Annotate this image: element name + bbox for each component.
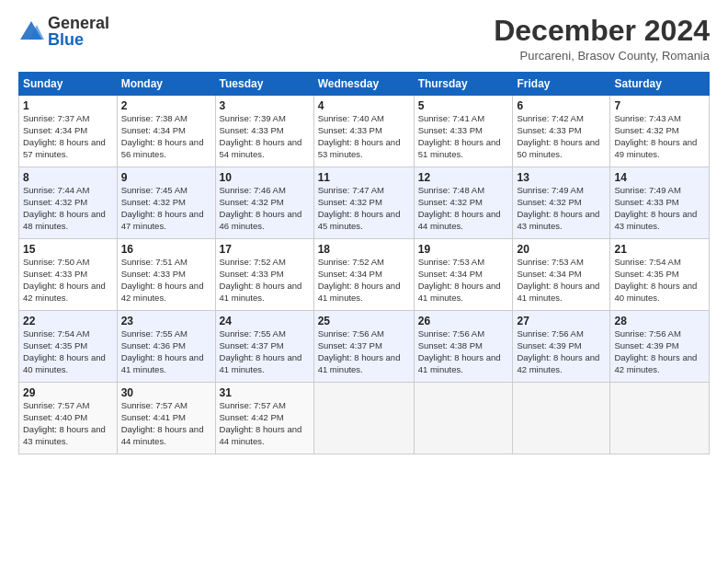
calendar-row-1: 1 Sunrise: 7:37 AM Sunset: 4:34 PM Dayli… — [19, 96, 710, 167]
day-info: Sunrise: 7:42 AM Sunset: 4:33 PM Dayligh… — [517, 113, 606, 160]
day-info: Sunrise: 7:47 AM Sunset: 4:32 PM Dayligh… — [318, 185, 410, 232]
calendar-row-5: 29 Sunrise: 7:57 AM Sunset: 4:40 PM Dayl… — [19, 383, 710, 454]
day-info: Sunrise: 7:41 AM Sunset: 4:33 PM Dayligh… — [418, 113, 509, 160]
day-number: 24 — [220, 315, 310, 327]
day-number: 15 — [23, 243, 113, 256]
day-info: Sunrise: 7:39 AM Sunset: 4:33 PM Dayligh… — [220, 113, 310, 160]
calendar-row-4: 22 Sunrise: 7:54 AM Sunset: 4:35 PM Dayl… — [19, 311, 710, 383]
day-number: 5 — [418, 99, 509, 112]
day-number: 22 — [23, 315, 113, 327]
day-info: Sunrise: 7:40 AM Sunset: 4:33 PM Dayligh… — [318, 113, 410, 160]
day-info: Sunrise: 7:49 AM Sunset: 4:32 PM Dayligh… — [517, 185, 606, 232]
day-number: 10 — [220, 171, 310, 184]
day-number: 3 — [220, 99, 310, 112]
header-sunday: Sunday — [19, 73, 118, 96]
day-info: Sunrise: 7:56 AM Sunset: 4:37 PM Dayligh… — [318, 328, 410, 375]
day-info: Sunrise: 7:37 AM Sunset: 4:34 PM Dayligh… — [23, 113, 113, 160]
table-cell: 11 Sunrise: 7:47 AM Sunset: 4:32 PM Dayl… — [313, 167, 414, 239]
table-cell: 28 Sunrise: 7:56 AM Sunset: 4:39 PM Dayl… — [610, 311, 710, 383]
day-info: Sunrise: 7:54 AM Sunset: 4:35 PM Dayligh… — [614, 257, 705, 304]
table-cell — [513, 383, 610, 454]
header-wednesday: Wednesday — [313, 73, 414, 96]
day-number: 21 — [614, 243, 705, 256]
table-cell: 2 Sunrise: 7:38 AM Sunset: 4:34 PM Dayli… — [117, 96, 215, 167]
day-number: 16 — [121, 243, 211, 256]
table-cell: 17 Sunrise: 7:52 AM Sunset: 4:33 PM Dayl… — [215, 239, 313, 311]
day-number: 20 — [517, 243, 606, 256]
table-cell: 29 Sunrise: 7:57 AM Sunset: 4:40 PM Dayl… — [19, 383, 118, 454]
day-info: Sunrise: 7:52 AM Sunset: 4:34 PM Dayligh… — [318, 257, 410, 304]
calendar-row-3: 15 Sunrise: 7:50 AM Sunset: 4:33 PM Dayl… — [19, 239, 710, 311]
day-info: Sunrise: 7:57 AM Sunset: 4:41 PM Dayligh… — [121, 400, 211, 447]
day-number: 27 — [517, 315, 606, 327]
header-thursday: Thursday — [414, 73, 513, 96]
day-number: 6 — [517, 99, 606, 112]
header-friday: Friday — [513, 73, 610, 96]
table-cell — [414, 383, 513, 454]
table-cell: 30 Sunrise: 7:57 AM Sunset: 4:41 PM Dayl… — [117, 383, 215, 454]
day-number: 4 — [318, 99, 410, 112]
table-cell: 8 Sunrise: 7:44 AM Sunset: 4:32 PM Dayli… — [19, 167, 118, 239]
table-cell: 15 Sunrise: 7:50 AM Sunset: 4:33 PM Dayl… — [19, 239, 118, 311]
day-info: Sunrise: 7:45 AM Sunset: 4:32 PM Dayligh… — [121, 185, 211, 232]
table-cell: 1 Sunrise: 7:37 AM Sunset: 4:34 PM Dayli… — [19, 96, 118, 167]
day-info: Sunrise: 7:53 AM Sunset: 4:34 PM Dayligh… — [418, 257, 509, 304]
day-number: 1 — [23, 99, 113, 112]
table-cell — [610, 383, 710, 454]
day-info: Sunrise: 7:55 AM Sunset: 4:37 PM Dayligh… — [220, 328, 310, 375]
title-block: December 2024 Purcareni, Brasov County, … — [494, 15, 710, 63]
day-number: 17 — [220, 243, 310, 256]
logo: General Blue — [18, 15, 109, 48]
table-cell: 27 Sunrise: 7:56 AM Sunset: 4:39 PM Dayl… — [513, 311, 610, 383]
day-number: 25 — [318, 315, 410, 327]
table-cell: 21 Sunrise: 7:54 AM Sunset: 4:35 PM Dayl… — [610, 239, 710, 311]
table-cell: 16 Sunrise: 7:51 AM Sunset: 4:33 PM Dayl… — [117, 239, 215, 311]
table-cell: 9 Sunrise: 7:45 AM Sunset: 4:32 PM Dayli… — [117, 167, 215, 239]
day-info: Sunrise: 7:57 AM Sunset: 4:42 PM Dayligh… — [220, 400, 310, 447]
weekday-header-row: Sunday Monday Tuesday Wednesday Thursday… — [19, 73, 710, 96]
logo-blue: Blue — [48, 31, 109, 48]
day-number: 13 — [517, 171, 606, 184]
day-info: Sunrise: 7:38 AM Sunset: 4:34 PM Dayligh… — [121, 113, 211, 160]
table-cell: 7 Sunrise: 7:43 AM Sunset: 4:32 PM Dayli… — [610, 96, 710, 167]
day-number: 11 — [318, 171, 410, 184]
day-number: 12 — [418, 171, 509, 184]
header-saturday: Saturday — [610, 73, 710, 96]
table-cell: 3 Sunrise: 7:39 AM Sunset: 4:33 PM Dayli… — [215, 96, 313, 167]
day-info: Sunrise: 7:54 AM Sunset: 4:35 PM Dayligh… — [23, 328, 113, 375]
table-cell: 20 Sunrise: 7:53 AM Sunset: 4:34 PM Dayl… — [513, 239, 610, 311]
table-cell: 26 Sunrise: 7:56 AM Sunset: 4:38 PM Dayl… — [414, 311, 513, 383]
page: General Blue December 2024 Purcareni, Br… — [0, 0, 728, 563]
table-cell — [313, 383, 414, 454]
day-info: Sunrise: 7:56 AM Sunset: 4:39 PM Dayligh… — [517, 328, 606, 375]
table-cell: 25 Sunrise: 7:56 AM Sunset: 4:37 PM Dayl… — [313, 311, 414, 383]
header: General Blue December 2024 Purcareni, Br… — [18, 15, 710, 63]
table-cell: 13 Sunrise: 7:49 AM Sunset: 4:32 PM Dayl… — [513, 167, 610, 239]
table-cell: 14 Sunrise: 7:49 AM Sunset: 4:33 PM Dayl… — [610, 167, 710, 239]
table-cell: 24 Sunrise: 7:55 AM Sunset: 4:37 PM Dayl… — [215, 311, 313, 383]
day-info: Sunrise: 7:57 AM Sunset: 4:40 PM Dayligh… — [23, 400, 113, 447]
location: Purcareni, Brasov County, Romania — [494, 49, 710, 63]
table-cell: 18 Sunrise: 7:52 AM Sunset: 4:34 PM Dayl… — [313, 239, 414, 311]
day-info: Sunrise: 7:55 AM Sunset: 4:36 PM Dayligh… — [121, 328, 211, 375]
calendar-table: Sunday Monday Tuesday Wednesday Thursday… — [18, 72, 710, 454]
day-number: 8 — [23, 171, 113, 184]
header-tuesday: Tuesday — [215, 73, 313, 96]
day-number: 28 — [614, 315, 705, 327]
day-info: Sunrise: 7:52 AM Sunset: 4:33 PM Dayligh… — [220, 257, 310, 304]
day-number: 19 — [418, 243, 509, 256]
day-number: 2 — [121, 99, 211, 112]
day-number: 9 — [121, 171, 211, 184]
day-info: Sunrise: 7:51 AM Sunset: 4:33 PM Dayligh… — [121, 257, 211, 304]
table-cell: 19 Sunrise: 7:53 AM Sunset: 4:34 PM Dayl… — [414, 239, 513, 311]
day-number: 7 — [614, 99, 705, 112]
calendar-row-2: 8 Sunrise: 7:44 AM Sunset: 4:32 PM Dayli… — [19, 167, 710, 239]
month-title: December 2024 — [494, 15, 710, 47]
day-number: 18 — [318, 243, 410, 256]
table-cell: 22 Sunrise: 7:54 AM Sunset: 4:35 PM Dayl… — [19, 311, 118, 383]
day-number: 29 — [23, 386, 113, 399]
logo-icon — [18, 19, 44, 45]
table-cell: 12 Sunrise: 7:48 AM Sunset: 4:32 PM Dayl… — [414, 167, 513, 239]
day-info: Sunrise: 7:46 AM Sunset: 4:32 PM Dayligh… — [220, 185, 310, 232]
day-number: 14 — [614, 171, 705, 184]
